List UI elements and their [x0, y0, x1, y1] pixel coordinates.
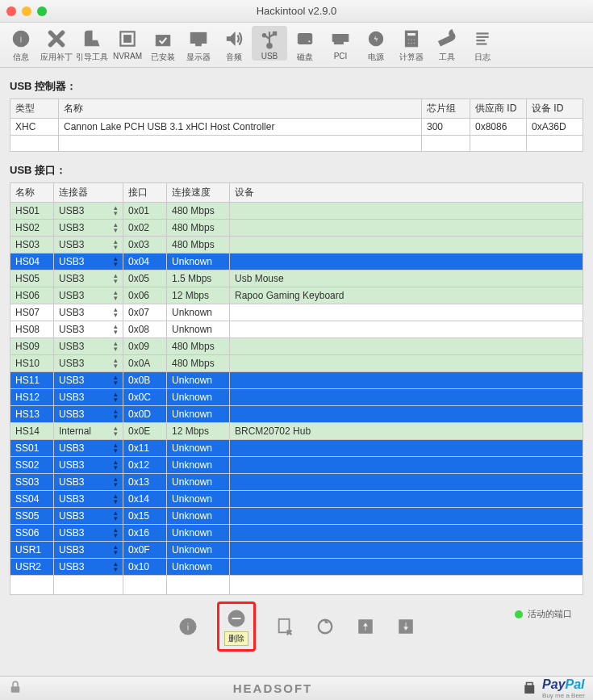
tab-label: 日志 [474, 52, 491, 63]
paypal-button[interactable]: PayPal Buy me a Beer [523, 677, 585, 699]
chevron-updown-icon: ▴▾ [114, 527, 118, 539]
svg-rect-14 [334, 41, 343, 44]
port-row[interactable]: HS06USB3▴▾0x0612 MbpsRapoo Gaming Keyboa… [10, 287, 583, 304]
port-row[interactable]: SS04USB3▴▾0x14Unknown [10, 491, 583, 508]
tab-installed[interactable]: 已安装 [145, 26, 181, 63]
connector-dropdown[interactable]: USB3▴▾ [54, 287, 123, 304]
port-name: SS05 [10, 508, 54, 525]
connector-dropdown[interactable]: Internal▴▾ [54, 423, 123, 440]
port-device [230, 525, 583, 542]
tab-label: 音频 [226, 52, 242, 63]
port-row[interactable]: HS04USB3▴▾0x04Unknown [10, 254, 583, 270]
col-port-name[interactable]: 名称 [10, 183, 54, 203]
connector-dropdown[interactable]: USB3▴▾ [54, 559, 123, 576]
port-row[interactable]: HS10USB3▴▾0x0A480 Mbps [10, 355, 583, 372]
col-device[interactable]: 设备 ID [527, 99, 583, 119]
port-name: HS05 [10, 270, 54, 287]
port-row[interactable]: SS05USB3▴▾0x15Unknown [10, 508, 583, 525]
port-speed: Unknown [167, 457, 230, 474]
col-name[interactable]: 名称 [59, 99, 422, 119]
col-device[interactable]: 设备 [230, 183, 583, 203]
port-device [230, 304, 583, 321]
port-row[interactable]: SS01USB3▴▾0x11Unknown [10, 440, 583, 457]
port-row[interactable]: SS02USB3▴▾0x12Unknown [10, 457, 583, 474]
connector-dropdown[interactable]: USB3▴▾ [54, 457, 123, 474]
connector-dropdown[interactable]: USB3▴▾ [54, 389, 123, 406]
tab-disk[interactable]: 磁盘 [287, 26, 323, 63]
export-icon[interactable] [395, 615, 417, 638]
port-row[interactable]: HS11USB3▴▾0x0BUnknown [10, 372, 583, 389]
port-row[interactable]: USR2USB3▴▾0x10Unknown [10, 559, 583, 576]
port-row[interactable]: SS06USB3▴▾0x16Unknown [10, 525, 583, 542]
tab-pci[interactable]: PCI [323, 26, 358, 61]
port-speed: Unknown [167, 254, 230, 270]
port-row[interactable]: USR1USB3▴▾0x0FUnknown [10, 542, 583, 559]
port-row[interactable]: HS12USB3▴▾0x0CUnknown [10, 389, 583, 406]
connector-dropdown[interactable]: USB3▴▾ [54, 474, 123, 491]
connector-dropdown[interactable]: USB3▴▾ [54, 508, 123, 525]
tab-calc[interactable]: 计算器 [394, 26, 429, 63]
connector-dropdown[interactable]: USB3▴▾ [54, 406, 123, 423]
remove-file-icon[interactable] [274, 615, 296, 638]
chevron-updown-icon: ▴▾ [114, 205, 118, 216]
tab-audio[interactable]: 音频 [216, 26, 252, 63]
info-icon[interactable]: i [177, 615, 199, 638]
connector-dropdown[interactable]: USB3▴▾ [54, 355, 123, 372]
port-speed: Unknown [167, 474, 230, 491]
col-speed[interactable]: 连接速度 [167, 183, 230, 203]
tab-power[interactable]: 电源 [358, 26, 394, 63]
tab-boot[interactable]: 引导工具 [74, 26, 110, 63]
port-row[interactable]: HS07USB3▴▾0x07Unknown [10, 304, 583, 321]
tab-tools[interactable]: 工具 [429, 26, 465, 63]
port-row[interactable]: HS14Internal▴▾0x0E12 MbpsBRCM20702 Hub [10, 423, 583, 440]
col-type[interactable]: 类型 [10, 99, 59, 119]
tab-label: 应用补丁 [40, 52, 73, 63]
port-row[interactable]: HS01USB3▴▾0x01480 Mbps [10, 203, 583, 220]
connector-dropdown[interactable]: USB3▴▾ [54, 525, 123, 542]
col-vendor[interactable]: 供应商 ID [470, 99, 527, 119]
port-speed: 480 Mbps [167, 355, 230, 372]
port-device [230, 321, 583, 338]
connector-dropdown[interactable]: USB3▴▾ [54, 203, 123, 220]
connector-dropdown[interactable]: USB3▴▾ [54, 440, 123, 457]
connector-dropdown[interactable]: USB3▴▾ [54, 254, 123, 270]
connector-dropdown[interactable]: USB3▴▾ [54, 321, 123, 338]
col-port[interactable]: 接口 [123, 183, 167, 203]
refresh-icon[interactable] [314, 615, 336, 638]
port-speed: Unknown [167, 304, 230, 321]
tab-patch[interactable]: 应用补丁 [39, 26, 74, 63]
connector-dropdown[interactable]: USB3▴▾ [54, 338, 123, 355]
connector-dropdown[interactable]: USB3▴▾ [54, 542, 123, 559]
port-row[interactable]: SS03USB3▴▾0x13Unknown [10, 474, 583, 491]
port-hex: 0x10 [123, 559, 167, 576]
tab-info[interactable]: i信息 [3, 26, 39, 63]
col-chipset[interactable]: 芯片组 [422, 99, 470, 119]
controller-row[interactable]: XHCCannon Lake PCH USB 3.1 xHCI Host Con… [10, 119, 583, 136]
port-hex: 0x16 [123, 525, 167, 542]
delete-button[interactable] [225, 607, 248, 630]
tab-logs[interactable]: 日志 [465, 26, 500, 63]
connector-dropdown[interactable]: USB3▴▾ [54, 491, 123, 508]
port-row[interactable]: HS02USB3▴▾0x02480 Mbps [10, 220, 583, 237]
close-button[interactable] [6, 6, 16, 16]
zoom-button[interactable] [37, 6, 47, 16]
port-row[interactable]: HS03USB3▴▾0x03480 Mbps [10, 237, 583, 254]
lock-icon[interactable] [8, 680, 23, 697]
tab-nvram[interactable]: NVRAM [110, 26, 145, 61]
connector-dropdown[interactable]: USB3▴▾ [54, 270, 123, 287]
tab-display[interactable]: 显示器 [181, 26, 216, 63]
port-row[interactable]: HS13USB3▴▾0x0DUnknown [10, 406, 583, 423]
connector-dropdown[interactable]: USB3▴▾ [54, 220, 123, 237]
chevron-updown-icon: ▴▾ [114, 425, 118, 437]
connector-dropdown[interactable]: USB3▴▾ [54, 372, 123, 389]
minimize-button[interactable] [22, 6, 31, 16]
port-row[interactable]: HS05USB3▴▾0x051.5 MbpsUsb Mouse [10, 270, 583, 287]
import-icon[interactable] [354, 615, 377, 638]
connector-dropdown[interactable]: USB3▴▾ [54, 237, 123, 254]
tab-usb[interactable]: USB [252, 26, 287, 61]
port-row[interactable]: HS09USB3▴▾0x09480 Mbps [10, 338, 583, 355]
col-connector[interactable]: 连接器 [54, 183, 123, 203]
port-row[interactable]: HS08USB3▴▾0x08Unknown [10, 321, 583, 338]
connector-dropdown[interactable]: USB3▴▾ [54, 304, 123, 321]
logs-icon [471, 27, 494, 50]
